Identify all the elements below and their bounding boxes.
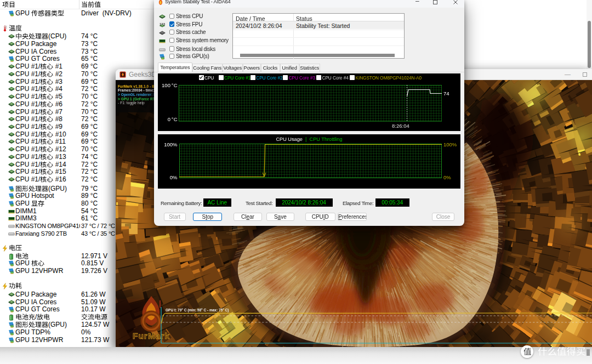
- svg-text:FurMark: FurMark: [133, 331, 170, 340]
- svg-text:8:26:04: 8:26:04: [392, 122, 409, 128]
- svg-text:GPU t: 79° C (min: 58° C - max: GPU t: 79° C (min: 58° C - max: 75° C): [166, 308, 229, 312]
